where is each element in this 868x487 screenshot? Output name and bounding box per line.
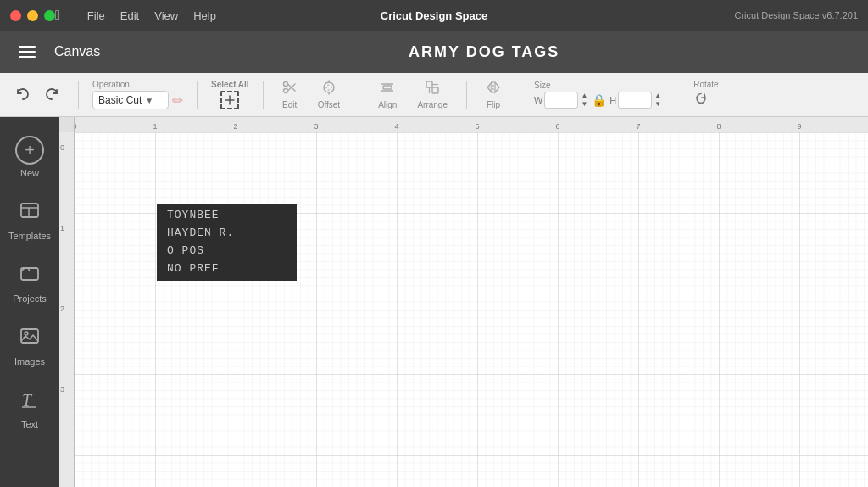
divider <box>359 81 359 109</box>
sidebar-item-label: Projects <box>13 294 47 304</box>
app-header: Canvas ARMY DOG TAGS <box>0 31 868 73</box>
offset-button[interactable]: Offset <box>313 76 346 113</box>
height-down-button[interactable]: ▼ <box>654 100 662 109</box>
menu-file[interactable]: File <box>87 9 105 22</box>
sidebar-item-label: New <box>20 168 39 178</box>
operation-section: Operation Basic Cut ▼ ✏ <box>92 80 183 109</box>
svg-rect-14 <box>432 87 438 93</box>
hamburger-line <box>19 56 36 58</box>
width-input[interactable] <box>544 92 578 109</box>
arrange-button[interactable]: Arrange <box>412 76 453 113</box>
svg-rect-18 <box>21 204 38 217</box>
offset-icon <box>321 80 337 98</box>
ruler-horizontal <box>75 117 868 132</box>
width-down-button[interactable]: ▼ <box>580 100 588 109</box>
operation-label: Operation <box>92 80 130 89</box>
canvas-area[interactable]: TOYNBEE HAYDEN R. O POS NO PREF 01234567… <box>59 117 868 487</box>
minimize-button[interactable] <box>27 10 38 21</box>
projects-icon <box>18 261 42 290</box>
rotate-icon <box>693 91 709 109</box>
select-all-label: Select All <box>211 80 249 89</box>
redo-button[interactable] <box>39 82 64 108</box>
width-label: W <box>534 95 542 105</box>
arrange-label: Arrange <box>417 100 448 109</box>
menu-edit[interactable]: Edit <box>120 9 139 22</box>
edit-button[interactable]: Edit <box>277 76 303 113</box>
sidebar-item-label: Templates <box>8 231 51 241</box>
project-title: ARMY DOG TAGS <box>114 43 854 61</box>
dog-tag-line-3: O POS <box>167 243 287 260</box>
operation-select[interactable]: Basic Cut ▼ <box>92 91 169 109</box>
size-label: Size <box>534 81 662 90</box>
hamburger-line <box>19 46 36 48</box>
ruler-corner <box>59 117 75 132</box>
height-group: H ▲ ▼ <box>609 92 662 109</box>
lock-icon[interactable]: 🔒 <box>592 93 606 107</box>
divider <box>78 81 79 109</box>
size-section: Size W ▲ ▼ 🔒 H ▲ ▼ <box>534 81 662 109</box>
svg-point-7 <box>326 85 331 90</box>
ruler-vertical <box>59 117 75 487</box>
title-bar:  File Edit View Help Cricut Design Spac… <box>0 0 868 31</box>
traffic-lights <box>10 10 55 21</box>
app-title: Cricut Design Space <box>381 9 487 22</box>
sidebar-item-projects[interactable]: Projects <box>0 251 59 314</box>
svg-rect-21 <box>21 268 38 280</box>
align-button[interactable]: Align <box>373 76 402 113</box>
select-all-button[interactable]: Select All <box>211 80 249 109</box>
hamburger-line <box>19 51 36 53</box>
align-label: Align <box>378 100 397 109</box>
app-version: Cricut Design Space v6.7.201 <box>734 10 858 20</box>
scissors-icon <box>282 80 298 98</box>
undo-button[interactable] <box>10 82 36 108</box>
dog-tag-line-2: HAYDEN R. <box>167 225 287 243</box>
svg-rect-22 <box>21 329 38 343</box>
height-up-button[interactable]: ▲ <box>654 92 662 100</box>
flip-button[interactable]: Flip <box>481 76 506 113</box>
select-all-icon <box>220 91 239 109</box>
svg-point-23 <box>25 332 28 335</box>
canvas-label: Canvas <box>54 44 100 59</box>
svg-text:T: T <box>22 390 33 409</box>
divider <box>263 81 264 109</box>
ruler-h-ticks <box>75 117 868 132</box>
hamburger-button[interactable] <box>14 41 41 63</box>
width-up-button[interactable]: ▲ <box>580 92 588 100</box>
edit-icon[interactable]: ✏ <box>172 92 183 109</box>
title-bar-center: Cricut Design Space <box>381 9 487 22</box>
width-spinner: ▲ ▼ <box>580 92 588 109</box>
close-button[interactable] <box>10 10 21 21</box>
height-label: H <box>609 95 616 105</box>
sidebar-item-new[interactable]: + New <box>0 126 59 188</box>
divider <box>466 81 467 109</box>
sidebar-item-images[interactable]: Images <box>0 314 59 377</box>
dog-tag-line-1: TOYNBEE <box>167 207 287 225</box>
flip-icon <box>486 80 501 98</box>
divider <box>676 81 676 109</box>
menu-view[interactable]: View <box>154 9 178 22</box>
flip-label: Flip <box>487 100 500 109</box>
svg-rect-13 <box>426 81 432 87</box>
offset-label: Offset <box>318 100 341 109</box>
chevron-down-icon: ▼ <box>145 96 153 105</box>
dog-tag-box: TOYNBEE HAYDEN R. O POS NO PREF <box>157 204 297 281</box>
maximize-button[interactable] <box>44 10 55 21</box>
undo-redo-group <box>10 82 64 108</box>
sidebar-item-label: Images <box>14 356 45 367</box>
edit-label: Edit <box>282 100 297 109</box>
height-spinner: ▲ ▼ <box>654 92 662 109</box>
dog-tag-line-4: NO PREF <box>167 260 287 278</box>
menu-bar: File Edit View Help <box>87 9 216 22</box>
svg-point-6 <box>324 82 334 92</box>
sidebar-item-templates[interactable]: Templates <box>0 188 59 251</box>
operation-control: Basic Cut ▼ ✏ <box>92 91 183 109</box>
height-input[interactable] <box>618 92 652 109</box>
divider <box>520 81 520 109</box>
sidebar-item-text[interactable]: T Text <box>0 377 59 439</box>
text-icon: T <box>18 387 42 416</box>
divider <box>197 81 198 109</box>
width-group: W ▲ ▼ <box>534 92 588 109</box>
menu-help[interactable]: Help <box>193 9 216 22</box>
main-content: + New Templates Projects <box>0 117 868 487</box>
sidebar-item-label: Text <box>21 419 38 429</box>
